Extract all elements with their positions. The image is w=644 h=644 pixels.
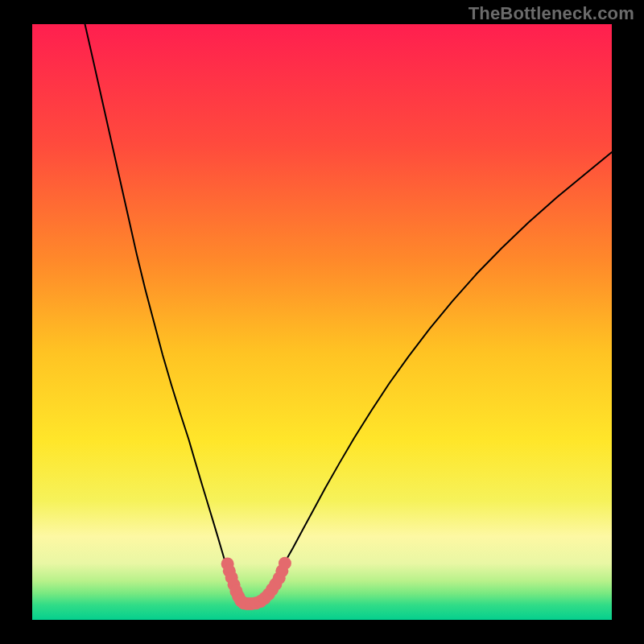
highlight-dot <box>279 557 291 570</box>
bottleneck-chart <box>0 0 644 644</box>
chart-stage: TheBottleneck.com <box>0 0 644 644</box>
plot-area <box>32 24 612 620</box>
